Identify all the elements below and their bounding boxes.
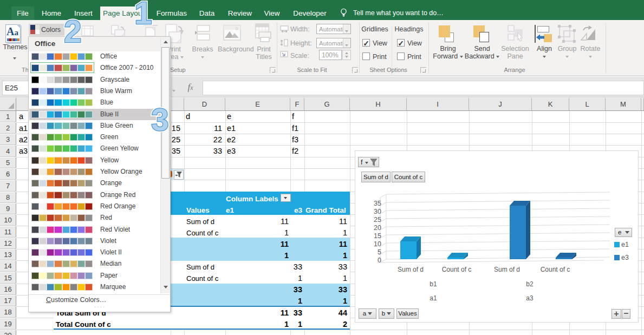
svg-text:20: 20 [374, 224, 381, 232]
svg-text:2: 2 [64, 17, 81, 45]
svg-text:5: 5 [378, 248, 381, 256]
svg-text:10: 10 [374, 240, 381, 248]
svg-text:e3: e3 [621, 254, 629, 261]
svg-text:Sum of d: Sum of d [398, 266, 424, 273]
svg-text:35: 35 [374, 200, 381, 207]
svg-text:e1: e1 [621, 241, 629, 248]
svg-text:3: 3 [151, 105, 168, 133]
svg-text:Count of c: Count of c [541, 266, 570, 273]
svg-text:b1: b1 [430, 280, 437, 288]
svg-text:15: 15 [374, 232, 381, 240]
svg-text:30: 30 [374, 208, 381, 215]
svg-text:25: 25 [374, 216, 381, 224]
svg-text:Count of c: Count of c [442, 266, 472, 273]
svg-text:0: 0 [378, 257, 381, 264]
svg-text:a1: a1 [430, 294, 437, 302]
svg-text:1: 1 [134, 0, 152, 27]
svg-text:a3: a3 [526, 294, 534, 302]
svg-text:b2: b2 [526, 280, 534, 288]
svg-text:Sum of d: Sum of d [494, 266, 520, 273]
